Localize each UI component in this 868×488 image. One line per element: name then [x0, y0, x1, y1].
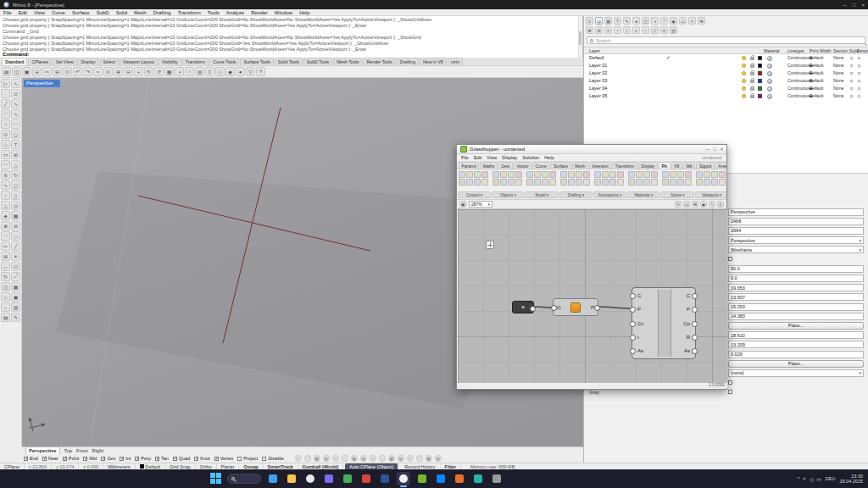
layer-lock-icon[interactable] [750, 87, 754, 91]
taskbar-app-icon[interactable] [285, 472, 298, 485]
property-input[interactable]: 2468 [728, 218, 864, 225]
taskbar-app-icon[interactable] [341, 472, 354, 485]
point-cloud-tool-icon[interactable]: ⊙ [11, 89, 20, 98]
menu-item-tools[interactable]: Tools [204, 9, 223, 16]
grasshopper-titlebar[interactable]: Grasshopper - unnamed ─□× [457, 145, 726, 154]
gh-preview-icon[interactable]: ◉ [700, 201, 707, 208]
layer-extra-toggle-icon[interactable]: ◍ [856, 55, 862, 61]
sur​face-curves-tool-icon[interactable]: ◠ [1, 160, 10, 169]
gh-cluster-icon[interactable]: ⊞ [692, 201, 698, 208]
layer-visibility-bulb-icon[interactable] [742, 86, 746, 91]
gh-component-icon[interactable] [685, 171, 692, 178]
property-input[interactable]: 0.0 [728, 274, 864, 282]
viewport-title-badge[interactable]: Perspective ▾ [24, 80, 60, 87]
toolbar-tab-mesh-tools[interactable]: Mesh Tools [333, 58, 362, 65]
join-tool-icon[interactable]: ⊞ [1, 252, 10, 261]
gh-component-icon[interactable] [542, 179, 548, 186]
layer-material-icon[interactable] [767, 56, 772, 61]
property-input[interactable]: Perspective [728, 208, 864, 216]
filter-layers-icon[interactable]: ▽ [651, 26, 659, 34]
gh-param-row[interactable]: tR [632, 330, 695, 344]
gh-component-icon[interactable] [696, 171, 703, 178]
gh-component-icon[interactable] [609, 179, 616, 186]
properties-panel-icon[interactable]: ≡ [586, 17, 593, 25]
layer-search-input[interactable]: Search [587, 36, 865, 44]
gh-group-label-objects[interactable]: Objects▾ [492, 191, 525, 198]
move-layer-up-icon[interactable]: ↑ [614, 26, 621, 34]
cone-tool-icon[interactable]: △ [1, 201, 10, 210]
property-input[interactable]: 1594 [728, 227, 864, 235]
layer-row[interactable]: Layer 03Continuous◆DefaultNone◍◍ [584, 77, 868, 85]
new-file-icon[interactable]: ▤ [2, 67, 11, 76]
gh-tab-anemone[interactable]: Anemone [715, 162, 726, 169]
close-icon[interactable]: × [721, 147, 723, 152]
menu-item-file[interactable]: File [0, 9, 15, 16]
new-layer-icon[interactable]: ⊞ [586, 26, 593, 34]
mirror-tool-icon[interactable]: ◫ [1, 282, 10, 291]
expand-layers-icon[interactable]: + [632, 26, 640, 34]
display-panel-icon[interactable]: ▦ [604, 17, 612, 25]
collapse-layers-icon[interactable]: − [642, 26, 649, 34]
zoom-window-icon[interactable]: ⊕ [114, 67, 123, 76]
menu-item-subd[interactable]: SubD [93, 9, 113, 16]
minimize-icon[interactable]: ─ [706, 147, 709, 152]
gh-component-icon[interactable] [568, 179, 575, 186]
gh-component-icon[interactable] [459, 179, 465, 186]
layer-color-swatch[interactable] [758, 94, 762, 98]
toolbar-tab-mrtn[interactable]: mrtn [448, 58, 463, 65]
gh-component-icon[interactable] [609, 171, 616, 178]
gh-param-row[interactable]: AsAs [632, 344, 695, 358]
gh-group-label-viewports[interactable]: Viewports▾ [695, 191, 726, 198]
gh-component-icon[interactable] [515, 179, 522, 186]
toolbar-tab-curve-tools[interactable]: Curve Tools [209, 58, 239, 65]
gh-component-icon[interactable] [617, 171, 624, 178]
gh-component-icon[interactable] [474, 171, 481, 178]
property-input[interactable]: 19.653 [728, 284, 864, 291]
gh-component-icon[interactable] [466, 179, 473, 186]
gh-param-row[interactable]: CvCp [632, 316, 695, 330]
gh-sketch-icon[interactable]: ✎ [675, 201, 682, 208]
macros-panel-icon[interactable]: ⊞ [698, 17, 705, 25]
gh-component-icon[interactable] [534, 179, 541, 186]
layer-material-icon[interactable] [767, 79, 772, 84]
taskbar-app-icon[interactable] [471, 472, 485, 485]
lights-panel-icon[interactable]: * [660, 17, 668, 25]
taskbar-app-icon[interactable] [303, 472, 317, 485]
subd-tool-icon[interactable]: ◈ [1, 211, 10, 220]
layer-color-swatch[interactable] [758, 64, 762, 68]
checkbox-project[interactable] [237, 457, 242, 461]
gh-component-icon[interactable] [711, 179, 718, 186]
polyline-tool-icon[interactable]: ∿ [11, 99, 20, 108]
layer-visibility-bulb-icon[interactable] [742, 94, 746, 98]
filter-subd-icon[interactable]: ◎ [398, 455, 404, 462]
filter-clipping-icon[interactable]: ○ [407, 455, 414, 462]
grasshopper-canvas[interactable]: × O P CCPPCvCptRAsAs [458, 209, 727, 384]
mesh-tool-icon[interactable]: ▦ [11, 211, 20, 220]
box-tool-icon[interactable]: ◻ [11, 180, 20, 190]
layer-lock-icon[interactable] [750, 95, 754, 98]
filter-annotations-icon[interactable]: ◌ [342, 455, 348, 462]
checkbox-perp[interactable] [135, 457, 139, 461]
layer-color-swatch[interactable] [758, 79, 762, 83]
gh-tab-vector[interactable]: Vector [514, 162, 531, 169]
surface-points-tool-icon[interactable]: ⊞ [11, 150, 20, 159]
gh-component-icon[interactable] [685, 179, 692, 186]
property-select[interactable]: (none)▾ [728, 369, 864, 377]
layer-color-swatch[interactable] [758, 56, 762, 60]
gh-component-icon[interactable] [492, 179, 499, 186]
gh-tab-mesh[interactable]: Mesh [572, 162, 588, 169]
layer-extra-toggle-icon[interactable]: ◍ [856, 78, 862, 84]
gh-component-icon[interactable] [583, 179, 590, 186]
gh-component-icon[interactable] [534, 171, 541, 178]
filter-lights-icon[interactable]: ◍ [351, 455, 358, 462]
menu-item-transform[interactable]: Transform [175, 9, 204, 16]
layer-lock-icon[interactable] [750, 57, 754, 60]
hide-icon[interactable]: ○ [185, 67, 194, 76]
gh-tab-transform[interactable]: Transform [612, 162, 637, 169]
menu-item-surface[interactable]: Surface [69, 9, 93, 16]
osnap-toggle-vertex[interactable]: Vertex [214, 456, 234, 461]
boolean-diff-tool-icon[interactable]: ⊖ [11, 221, 20, 230]
layer-material-icon[interactable] [767, 64, 772, 69]
layer-visibility-bulb-icon[interactable] [742, 71, 746, 75]
gh-component-icon[interactable] [542, 171, 548, 178]
